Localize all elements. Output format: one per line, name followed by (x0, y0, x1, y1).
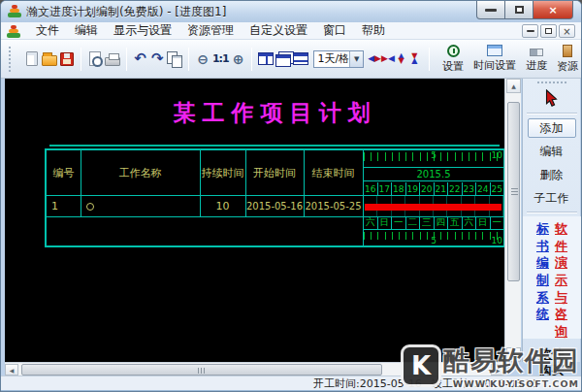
add-task-button[interactable]: 添加 (528, 118, 576, 138)
day-width-expand-button[interactable]: ◀▶ (368, 49, 381, 69)
print-icon (105, 57, 120, 66)
title-underline (49, 145, 500, 147)
header-duration: 持续时间 (200, 150, 245, 195)
zoom-out-icon: ⊖ (197, 51, 209, 67)
timeline-weekday-cell: 日 (476, 216, 491, 229)
save-button[interactable] (59, 48, 75, 71)
zoom-ratio-label: 1:1 (212, 52, 229, 65)
split-vertical-button[interactable] (258, 48, 274, 71)
zoom-in-button[interactable]: ⊕ (231, 48, 246, 71)
cell-duration: 10 (200, 196, 245, 216)
app-icon (8, 5, 21, 18)
scroll-up-button[interactable]: ▲ (506, 79, 521, 93)
timeline-bar-row (364, 195, 503, 216)
row-height-shrink-button[interactable]: ▼▲ (407, 49, 421, 69)
cell-task-name[interactable] (81, 196, 200, 216)
timeline-month-label: 2015.5 (364, 167, 503, 181)
time-settings-button[interactable]: 时间设置 (469, 43, 521, 76)
mdi-restore-button[interactable] (540, 24, 557, 38)
watermark-site-url: WWW.KUYISOFT.COM (453, 378, 579, 389)
chevron-down-icon[interactable]: ▼ (349, 51, 363, 67)
right-tool-panel: 添加 编辑 删除 子工作 标书编制系统 软件演示与咨询 软件购买 (522, 79, 580, 362)
row-height-expand-button[interactable]: ▲▼ (395, 49, 408, 69)
split-horizontal-button[interactable] (293, 48, 308, 71)
close-icon: × (548, 4, 557, 16)
progress-button[interactable]: 进度 (521, 43, 552, 76)
panel-separator (527, 212, 577, 213)
edit-task-button[interactable]: 编辑 (528, 142, 576, 161)
drawing-canvas[interactable]: 某工作项目计划 编号 工作名称 持续时间 开始时间 结束时间 1 10 201 (5, 79, 504, 362)
undo-button[interactable]: ↶ (133, 48, 148, 71)
subtask-button[interactable]: 子工作 (528, 188, 576, 208)
redo-button[interactable]: ↷ (149, 48, 165, 71)
ruler-label-5: 5 (431, 237, 436, 245)
vertical-scrollbar[interactable]: ▲ ▼ (504, 79, 521, 362)
timeline-weekday-cell: 一 (491, 216, 504, 229)
horizontal-scroll-thumb[interactable] (21, 364, 382, 376)
scroll-left-button[interactable]: ◀ (5, 364, 18, 376)
gantt-table: 编号 工作名称 持续时间 开始时间 结束时间 1 10 2015-05-16 2… (45, 148, 504, 247)
resources-button[interactable]: 资源 (552, 43, 582, 76)
settings-button[interactable]: 设置 (437, 43, 469, 76)
timeline-day-cell: 17 (378, 182, 393, 195)
minimize-button[interactable] (476, 1, 505, 19)
timeline-weekday-cell: 六 (364, 216, 378, 229)
day-width-shrink-button[interactable]: ▶◀ (381, 49, 395, 69)
timeline-top-ruler: 5 10 (364, 150, 503, 167)
new-file-icon (26, 51, 38, 66)
timeline-day-cell: 18 (392, 182, 406, 195)
vertical-scroll-thumb[interactable] (507, 102, 520, 281)
mdi-minimize-button[interactable] (522, 24, 538, 38)
toolbar-separator (429, 48, 430, 71)
window-controls: × (476, 1, 573, 19)
copy-icon (167, 51, 182, 67)
mdi-close-button[interactable]: × (559, 24, 575, 38)
watermark: K 酷易软件园 WWW.KUYISOFT.COM (401, 341, 581, 391)
toolbar-separator (188, 48, 189, 71)
panel-gripper[interactable] (537, 82, 566, 83)
project-title: 某工作项目计划 (45, 98, 504, 128)
new-file-button[interactable] (24, 48, 40, 71)
menu-item[interactable]: 文件 (28, 21, 67, 40)
shrink-up-icon: ▲ (411, 59, 417, 64)
gantt-task-bar[interactable] (365, 204, 501, 211)
menu-item[interactable]: 窗口 (315, 21, 354, 40)
resources-label: 资源 (557, 59, 578, 74)
menu-bar: 文件编辑显示与设置资源管理自定义设置窗口帮助 (1, 22, 582, 40)
shrink-left-icon: ◀ (388, 54, 395, 63)
scroll-up-icon: ▲ (511, 82, 516, 89)
cascade-windows-button[interactable] (275, 48, 291, 71)
header-start: 开始时间 (245, 150, 304, 195)
demo-consult-link[interactable]: 软件演示与咨询 (555, 220, 567, 339)
timeline-weekday-cell: 二 (406, 216, 421, 229)
promo-links-panel: 标书编制系统 软件演示与咨询 (523, 216, 581, 339)
restore-button[interactable] (505, 1, 533, 19)
pointer-tool-button[interactable] (537, 85, 566, 111)
watermark-text: 酷易软件园 WWW.KUYISOFT.COM (443, 343, 581, 389)
timeline-day-cell: 25 (491, 182, 504, 195)
menu-item[interactable]: 自定义设置 (242, 21, 315, 40)
menu-item[interactable]: 编辑 (67, 21, 106, 40)
zoom-reset-button[interactable]: 1:1 (212, 48, 229, 71)
open-folder-icon (42, 55, 57, 66)
print-preview-button[interactable] (87, 48, 103, 71)
cell-end-date: 2015-05-25 (304, 196, 363, 216)
close-button[interactable]: × (533, 1, 573, 19)
undo-icon: ↶ (134, 51, 146, 66)
toolbar-gripper[interactable] (9, 47, 12, 72)
cursor-icon (544, 89, 559, 108)
print-button[interactable] (105, 48, 120, 71)
tender-system-link[interactable]: 标书编制系统 (536, 220, 549, 339)
open-file-button[interactable] (42, 48, 57, 71)
menu-item[interactable]: 帮助 (354, 21, 393, 40)
header-id: 编号 (47, 150, 81, 195)
menu-item[interactable]: 显示与设置 (106, 21, 179, 40)
time-scale-select[interactable]: 1天/格 ▼ (313, 50, 364, 68)
mdi-restore-icon (545, 28, 552, 34)
zoom-out-button[interactable]: ⊖ (195, 48, 210, 71)
delete-task-button[interactable]: 删除 (528, 165, 576, 184)
cell-task-id: 1 (47, 196, 81, 216)
print-preview-icon (89, 51, 101, 66)
menu-item[interactable]: 资源管理 (179, 21, 242, 40)
copy-button[interactable] (167, 48, 182, 71)
